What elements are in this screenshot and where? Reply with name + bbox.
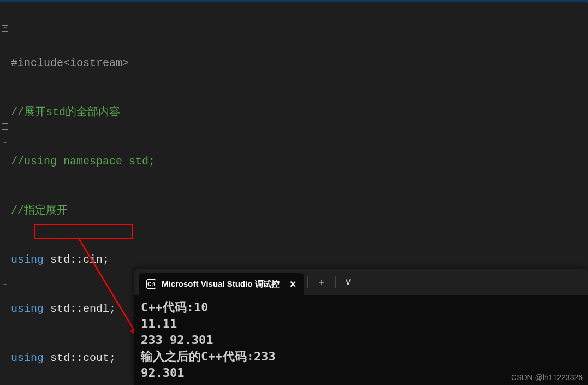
code-line: using std::cin; [11,252,588,268]
dropdown-button[interactable]: ∨ [339,274,357,290]
close-icon[interactable]: ✕ [289,279,296,289]
code-line: //using namespace std; [11,153,588,170]
divider [335,276,336,288]
fold-marker[interactable]: − [2,25,8,32]
code-line: //展开std的全部内容 [11,104,588,121]
console-window: C:\ Microsoft Visual Studio 调试控 ✕ ＋ ∨ C+… [134,269,588,385]
console-output[interactable]: C++代码:1011.11233 92.301输入之后的C++代码:23392.… [134,295,588,385]
code-line: //指定展开 [11,203,588,219]
fold-marker[interactable]: − [2,123,8,130]
console-tab[interactable]: C:\ Microsoft Visual Studio 调试控 ✕ [139,273,304,295]
fold-marker[interactable]: − [2,282,8,288]
console-titlebar[interactable]: C:\ Microsoft Visual Studio 调试控 ✕ ＋ ∨ [134,269,588,295]
watermark: CSDN @lh11223326 [511,373,583,382]
output-line: C++代码:10 [141,299,581,316]
fold-marker[interactable]: − [2,140,8,146]
new-tab-button[interactable]: ＋ [311,273,332,291]
gutter: − − − − [0,3,10,385]
code-line: #include<iostream> [11,55,588,72]
terminal-icon: C:\ [146,279,156,289]
output-line: 11.11 [141,316,581,332]
console-tab-title: Microsoft Visual Studio 调试控 [162,279,280,289]
output-line: 输入之后的C++代码:233 [141,348,581,365]
divider [307,276,308,288]
output-line: 233 92.301 [141,332,581,348]
highlight-box-source [34,224,133,239]
